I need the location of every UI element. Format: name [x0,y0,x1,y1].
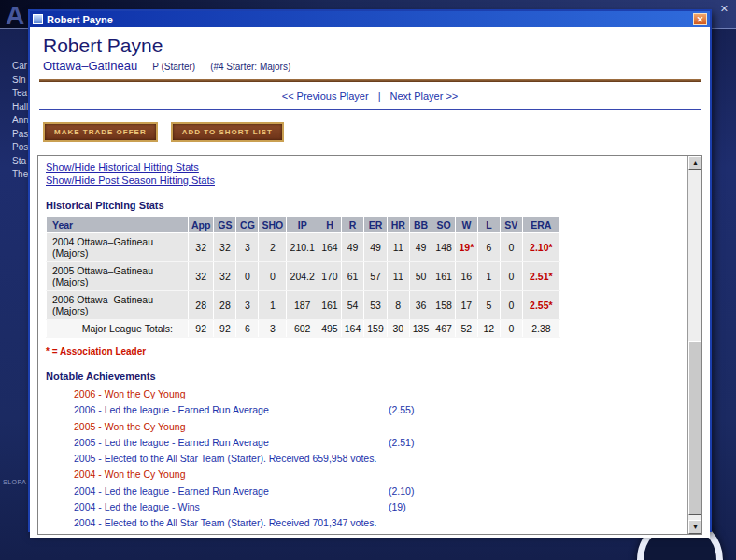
stats-cell: 32 [189,233,214,262]
stats-column-header: Year [47,217,189,233]
stats-cell: 0 [500,233,522,262]
achievement-row: 2004 - Led the league - Wins(19) [74,499,686,515]
stats-cell: 3 [236,233,259,262]
achievement-text: 2004 - Led the league - Earned Run Avera… [74,483,389,499]
scrollbar-down-icon[interactable]: ▼ [688,520,702,534]
stats-cell: 164 [341,320,364,338]
stats-column-header: App [189,217,214,233]
player-role: (#4 Starter: Majors) [210,62,290,72]
toggle-postseason-hitting-link[interactable]: Show/Hide Post Season Hitting Stats [46,175,215,186]
stats-cell: 0 [500,291,522,320]
stats-cell: 8 [387,291,409,320]
stats-cell: 148 [432,233,456,262]
stats-cell: 2005 Ottawa–Gatineau (Majors) [47,262,189,291]
background-menu: CarSinTeaHallAnnPasPosStaThe [12,60,29,182]
stats-cell: 2006 Ottawa–Gatineau (Majors) [47,291,189,320]
stats-cell: 187 [287,291,318,320]
make-trade-offer-button[interactable]: MAKE TRADE OFFER [43,122,158,142]
stats-scroll-panel: Show/Hide Historical Hitting Stats Show/… [37,155,702,535]
stats-cell: 2.10* [522,233,559,262]
stats-cell: 50 [409,262,432,291]
stats-totals-row: Major League Totals:92926360249516415930… [47,320,560,338]
pitching-stats-title: Historical Pitching Stats [46,200,686,211]
stats-cell: 61 [341,262,364,291]
stats-cell: 6 [477,233,500,262]
stats-cell: 52 [455,320,477,338]
stats-cell: 19* [455,233,477,262]
stats-column-header: ERA [522,217,559,233]
stats-cell: 161 [432,262,456,291]
achievement-text: 2006 - Led the league - Earned Run Avera… [74,402,389,418]
background-menu-item: Sin [12,74,29,88]
dialog-title: Robert Payne [47,14,689,25]
background-menu-item: Hall [12,101,29,115]
stats-scroll-content: Show/Hide Historical Hitting Stats Show/… [38,156,686,534]
stats-row: 2005 Ottawa–Gatineau (Majors)323200204.2… [47,262,560,291]
add-to-short-list-button[interactable]: ADD TO SHORT LIST [171,122,284,142]
achievement-row: 2006 - Won the Cy Young [74,386,686,402]
achievement-row: 2004 - Won the Cy Young [74,467,686,483]
achievement-value: (2.51) [389,435,414,451]
stats-cell: 3 [259,320,287,338]
stats-cell: 49 [364,233,388,262]
stats-cell: 0 [259,262,287,291]
stats-cell: 3 [236,291,259,320]
dialog-titlebar[interactable]: Robert Payne ✕ [30,11,710,27]
achievement-row: 2005 - Won the Cy Young [74,419,686,435]
achievement-text: 2004 - Led the league - Wins [74,499,389,515]
stats-cell: 57 [364,262,388,291]
stats-cell: 0 [500,262,522,291]
stats-row: 2004 Ottawa–Gatineau (Majors)323232210.1… [47,233,560,262]
stats-column-header: W [455,217,477,233]
stats-cell: 49 [409,233,432,262]
stats-column-header: CG [236,217,259,233]
achievement-value: (2.10) [389,483,414,499]
stats-cell: 32 [214,262,236,291]
achievements-title: Notable Achievements [46,371,686,382]
stats-cell: Major League Totals: [47,320,189,338]
achievement-row: 2004 - Led the league - Earned Run Avera… [74,483,686,499]
background-menu-item: Tea [12,87,29,101]
stats-column-header: R [341,217,364,233]
background-heading: A [6,1,26,31]
background-menu-item: The [12,168,29,182]
scrollbar-thumb[interactable] [688,341,702,514]
stats-cell: 53 [364,291,388,320]
achievement-text: 2005 - Led the league - Earned Run Avera… [74,435,389,451]
stats-cell: 11 [387,233,409,262]
achievement-row: 2005 - Led the league - Earned Run Avera… [74,435,686,451]
stats-cell: 5 [477,291,500,320]
stats-column-header: SO [432,217,456,233]
stats-cell: 467 [432,320,456,338]
stats-cell: 49 [341,233,364,262]
stats-cell: 12 [477,320,500,338]
toggle-historical-hitting-link[interactable]: Show/Hide Historical Hitting Stats [46,161,199,173]
stats-cell: 2.38 [522,320,559,338]
stats-cell: 6 [236,320,259,338]
dialog-body: Robert Payne Ottawa–Gatineau P (Starter)… [30,35,710,538]
screen-close-icon[interactable]: ✕ [720,3,729,15]
background-menu-item: Sta [12,155,29,169]
stats-cell: 28 [189,291,214,320]
player-name: Robert Payne [43,35,710,57]
stats-column-header: SHO [259,217,287,233]
stats-cell: 0 [500,320,522,338]
scrollbar-up-icon[interactable]: ▲ [688,156,702,170]
next-player-link[interactable]: Next Player >> [390,91,459,102]
stats-column-header: SV [500,217,522,233]
achievement-value: (2.55) [389,402,414,418]
achievement-row: 2004 - Elected to the All Star Team (Sta… [74,515,686,531]
stats-cell: 2 [259,233,287,262]
previous-player-link[interactable]: << Previous Player [282,91,369,102]
scrollbar[interactable]: ▲ ▼ [687,156,701,534]
close-button[interactable]: ✕ [693,13,707,25]
background-menu-item: Car [12,60,29,74]
achievements-list: 2006 - Won the Cy Young2006 - Led the le… [74,386,686,532]
player-position: P (Starter) [152,62,195,72]
stats-cell: 54 [341,291,364,320]
stats-row: 2006 Ottawa–Gatineau (Majors)28283118716… [47,291,560,320]
stats-column-header: IP [287,217,318,233]
stats-cell: 32 [189,262,214,291]
achievement-row: 2006 - Led the league - Earned Run Avera… [74,402,686,418]
stats-header-row: YearAppGSCGSHOIPHRERHRBBSOWLSVERA [47,217,560,233]
